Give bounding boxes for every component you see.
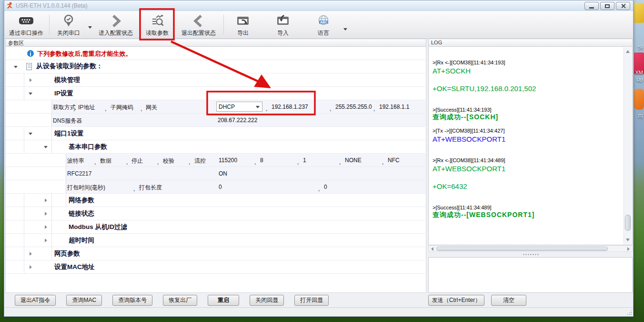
titlebar[interactable]: USR-ETH V1.0.0.144 (Beta)	[4, 0, 633, 11]
restart-button[interactable]: 重启	[208, 295, 239, 306]
expand-arrow-icon[interactable]	[30, 252, 32, 256]
dhcp-select[interactable]: DHCP	[216, 102, 262, 112]
language-icon: ABC	[316, 13, 331, 29]
stop-bits-value[interactable]: 1	[303, 157, 306, 164]
close-button[interactable]	[616, 2, 630, 10]
ip-address-value[interactable]: 192.168.1.237	[272, 104, 308, 110]
param-label: 获取方式	[53, 104, 76, 112]
log-line: AT+WEBSOCKPORT1	[433, 135, 623, 143]
toolbar-close-serial-button[interactable]: 关闭串口	[53, 12, 84, 37]
tree-item-modbus-filter[interactable]: Modbus 从机ID过滤	[6, 220, 425, 234]
scrollbar-thumb[interactable]	[436, 247, 608, 251]
abc-badge: ABC	[319, 21, 328, 24]
echo-on-button[interactable]: 打开回显	[294, 295, 329, 306]
log-view: >[Rx <-][COM38][11:41:34:193]AT+SOCKH+OK…	[428, 47, 633, 245]
flow-control-value[interactable]: NFC	[388, 157, 400, 164]
expand-arrow-icon[interactable]	[45, 225, 47, 229]
toolbar-export-button[interactable]: 导出	[231, 12, 255, 37]
baud-rate-value[interactable]: 115200	[219, 157, 237, 164]
tree-item-set-mac[interactable]: 设置MAC地址	[6, 260, 425, 274]
expand-arrow-icon[interactable]	[45, 198, 47, 202]
toolbar-import-button[interactable]: 导入	[271, 12, 295, 37]
tree-item-module-mgmt[interactable]: 模块管理	[6, 73, 425, 87]
toolbar-language-button[interactable]: ABC 语言	[312, 12, 335, 37]
tree-item-net-params[interactable]: 网络参数	[6, 194, 425, 207]
toolbar-enter-config-button[interactable]: 进入配置状态	[98, 12, 134, 37]
chevron-down-icon[interactable]	[343, 28, 347, 31]
scroll-right-icon[interactable]	[627, 247, 630, 251]
pack-time-value[interactable]: 0	[219, 184, 222, 190]
expand-arrow-icon[interactable]	[30, 265, 32, 269]
rfc2217-value[interactable]: ON	[219, 170, 227, 177]
factory-reset-button[interactable]: 恢复出厂	[163, 295, 197, 306]
restart-notice: 下列参数修改后,需重启才能生效。	[37, 50, 132, 58]
tree-item-timeout[interactable]: 超时时间	[6, 234, 425, 247]
close-icon	[621, 3, 626, 9]
subnet-mask-value[interactable]: 255.255.255.0	[335, 104, 372, 110]
comma: ,	[266, 105, 267, 112]
expand-arrow-icon[interactable]	[14, 66, 18, 68]
query-mac-button[interactable]: 查询MAC	[66, 295, 102, 306]
expand-arrow-icon[interactable]	[30, 78, 32, 82]
desktop-icon-label: 快	[638, 44, 643, 51]
log-panel: LOG >[Rx <-][COM38][11:41:34:193]AT+SOCK…	[428, 39, 633, 293]
splitter-grip-icon	[523, 254, 539, 255]
dhcp-select-value: DHCP	[219, 104, 235, 110]
expand-arrow-icon[interactable]	[29, 133, 32, 135]
tree-item-basic-serial[interactable]: 基本串口参数	[6, 140, 425, 154]
tree-item-label: Modbus 从机ID过滤	[69, 223, 127, 231]
expand-arrow-icon[interactable]	[45, 212, 47, 216]
scrollbar-thumb[interactable]	[625, 215, 631, 231]
query-version-button[interactable]: 查询版本号	[112, 295, 152, 306]
param-label: 校验	[163, 157, 174, 165]
tree-item-port1[interactable]: 端口1设置	[6, 127, 425, 140]
window-title: USR-ETH V1.0.0.144 (Beta)	[16, 2, 88, 9]
maximize-button[interactable]	[600, 2, 614, 10]
tree-root-row[interactable]: 从设备读取到的参数：	[6, 60, 425, 73]
vertical-scrollbar[interactable]	[624, 47, 632, 244]
expand-arrow-icon[interactable]	[29, 93, 32, 95]
tree-item-label: IP设置	[54, 89, 73, 98]
clear-button[interactable]: 清空	[491, 295, 526, 306]
echo-off-button[interactable]: 关闭回显	[250, 295, 284, 306]
tree-item-web-params[interactable]: 网页参数	[6, 247, 425, 260]
app-window: USR-ETH V1.0.0.144 (Beta) 通过串口操作	[4, 0, 634, 317]
resize-grip[interactable]	[626, 310, 632, 315]
comma: ,	[94, 159, 96, 166]
app-logo-icon	[6, 2, 13, 9]
close-serial-icon	[61, 13, 76, 29]
pack-length-value[interactable]: 0	[324, 184, 327, 190]
scroll-down-icon[interactable]	[626, 239, 630, 241]
tree-item-link-status[interactable]: 链接状态	[6, 207, 425, 220]
expand-arrow-icon[interactable]	[45, 239, 47, 242]
dns-value[interactable]: 208.67.222.222	[218, 117, 257, 124]
toolbar-exit-config-button[interactable]: 退出配置状态	[177, 12, 221, 37]
desktop-icon-yellow[interactable]	[634, 3, 644, 23]
scroll-up-icon[interactable]	[626, 50, 630, 53]
param-label: 网关	[146, 104, 157, 112]
enter-config-icon	[109, 13, 123, 29]
desktop-icon-orange[interactable]	[634, 89, 644, 110]
toolbar-serial-operate-button[interactable]: 通过串口操作	[5, 12, 47, 37]
exit-at-button[interactable]: 退出AT指令	[15, 295, 56, 306]
toolbar-read-params-button[interactable]: 读取参数	[143, 12, 171, 37]
gateway-value[interactable]: 192.168.1.1	[379, 104, 409, 110]
chevron-down-icon[interactable]	[88, 26, 92, 29]
maximize-icon	[605, 4, 610, 8]
log-splitter[interactable]	[428, 252, 633, 257]
log-line: >[Tx ->][COM38][11:41:34:427]	[433, 128, 623, 134]
tree-item-ip-settings[interactable]: IP设置	[6, 87, 425, 100]
comma: ,	[254, 159, 256, 166]
expand-arrow-icon[interactable]	[44, 146, 48, 148]
data-bits-value[interactable]: 8	[260, 157, 263, 164]
scroll-left-icon[interactable]	[431, 247, 433, 251]
send-input[interactable]	[428, 257, 633, 293]
parity-value[interactable]: NONE	[345, 157, 362, 164]
toolbar-separator	[49, 15, 50, 35]
packing-row: 打包时间(毫秒) , 打包长度 0 , 0	[6, 180, 425, 194]
comma: ,	[157, 159, 159, 166]
minimize-button[interactable]	[584, 2, 599, 10]
send-button[interactable]: 发送（Ctrl+Enter）	[428, 295, 484, 306]
param-panel: 参数区 下列参数修改后,需重启才能生效。 从设备读取到的参数： 模块管理	[5, 39, 426, 293]
horizontal-scrollbar[interactable]	[428, 245, 633, 252]
